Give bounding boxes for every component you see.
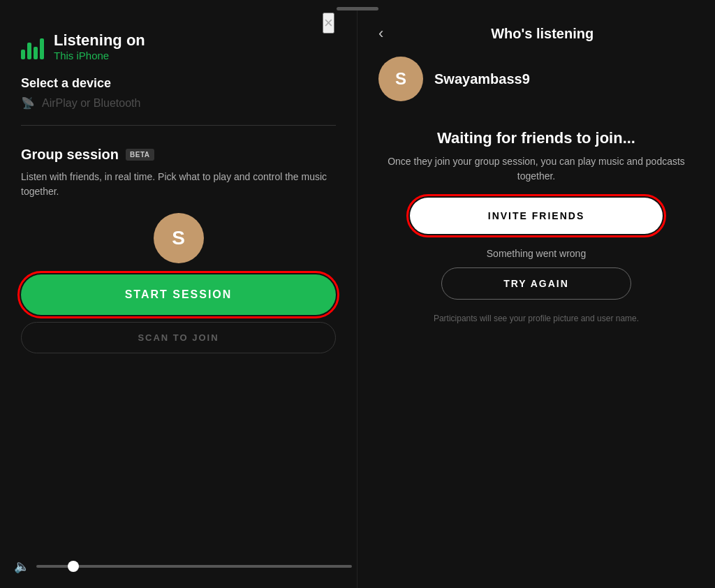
volume-control[interactable]: 🔈 bbox=[14, 559, 352, 574]
group-session-section: Group session BETA Listen with friends, … bbox=[21, 147, 336, 353]
bar2 bbox=[27, 43, 31, 59]
waiting-section: Waiting for friends to join... Once they… bbox=[378, 129, 694, 323]
listening-device: This iPhone bbox=[54, 50, 109, 61]
volume-thumb[interactable] bbox=[68, 561, 79, 572]
listening-text: Listening on This iPhone bbox=[54, 31, 145, 62]
listener-avatar: S bbox=[378, 57, 423, 101]
waiting-description: Once they join your group session, you c… bbox=[378, 154, 694, 184]
back-button[interactable]: ‹ bbox=[378, 24, 383, 43]
volume-icon: 🔈 bbox=[14, 559, 29, 574]
user-avatar: S bbox=[154, 213, 204, 263]
select-device-heading: Select a device bbox=[21, 76, 336, 91]
user-avatar-container: S bbox=[21, 213, 336, 263]
beta-badge: BETA bbox=[126, 149, 154, 161]
waiting-title: Waiting for friends to join... bbox=[378, 129, 694, 147]
equalizer-icon bbox=[21, 34, 44, 59]
airplay-label: AirPlay or Bluetooth bbox=[42, 97, 140, 110]
divider bbox=[21, 125, 336, 126]
volume-track[interactable] bbox=[36, 565, 352, 568]
bar1 bbox=[21, 50, 25, 59]
start-session-button[interactable]: START SESSION bbox=[21, 274, 336, 315]
scan-to-join-button[interactable]: SCAN TO JOIN bbox=[21, 322, 336, 353]
right-header: ‹ Who's listening bbox=[378, 24, 694, 43]
airplay-option[interactable]: 📡 AirPlay or Bluetooth bbox=[21, 96, 336, 110]
group-description: Listen with friends, in real time. Pick … bbox=[21, 170, 336, 199]
error-text: Something went wrong bbox=[378, 248, 694, 259]
airplay-icon: 📡 bbox=[21, 96, 35, 110]
invite-friends-button[interactable]: INVITE FRIENDS bbox=[410, 198, 663, 234]
bar3 bbox=[34, 47, 38, 59]
participants-note: Participants will see your profile pictu… bbox=[378, 314, 694, 323]
bar4 bbox=[40, 38, 44, 59]
group-session-header: Group session BETA bbox=[21, 147, 336, 163]
try-again-button[interactable]: TRY AGAIN bbox=[441, 267, 631, 300]
select-device-section: Select a device 📡 AirPlay or Bluetooth bbox=[21, 76, 336, 110]
right-panel: ‹ Who's listening S Swayambass9 Waiting … bbox=[358, 10, 715, 588]
listening-on-section: Listening on This iPhone bbox=[21, 31, 336, 62]
whos-listening-heading: Who's listening bbox=[390, 26, 694, 42]
left-panel: × Listening on This iPhone Select a devi… bbox=[0, 10, 358, 588]
listener-name: Swayambass9 bbox=[434, 71, 530, 87]
listener-item: S Swayambass9 bbox=[378, 57, 694, 101]
close-button[interactable]: × bbox=[323, 13, 334, 34]
listening-on-label: Listening on bbox=[54, 31, 145, 50]
group-session-heading: Group session bbox=[21, 147, 119, 163]
